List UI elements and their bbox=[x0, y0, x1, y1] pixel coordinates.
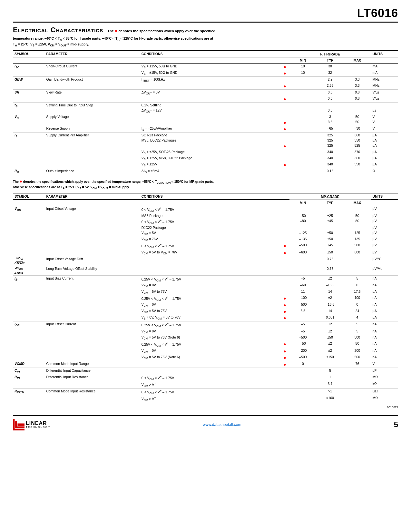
table-row: IOS Input Offset Current 0.25V < VCM < V… bbox=[13, 321, 398, 329]
dot-sr1 bbox=[280, 90, 289, 96]
min-ios6: –500 bbox=[289, 354, 317, 361]
th2-con2 bbox=[140, 200, 280, 206]
unit-vos-drift: µV/°C bbox=[371, 256, 398, 266]
logo-technology-text: TECHNOLOGY bbox=[26, 426, 50, 429]
th2-units: UNITS bbox=[371, 193, 398, 200]
symbol-vos-stab: ΔVOSΔTIME bbox=[13, 266, 44, 275]
typ-rin2: 3.7 bbox=[317, 381, 344, 388]
table-row: Reverse Supply IS = –25µA/Amplifier ● –6… bbox=[13, 126, 398, 133]
typ-ts1 bbox=[317, 103, 344, 108]
max-ts2 bbox=[344, 108, 371, 114]
th-param2 bbox=[44, 57, 140, 63]
cond-vos-drift bbox=[140, 256, 280, 266]
min-vos6: –135 bbox=[289, 236, 317, 242]
max-sr2: 0.8 bbox=[344, 96, 371, 103]
symbol-vs: VS bbox=[13, 114, 44, 133]
max-isc1 bbox=[344, 63, 371, 70]
typ-sr2: 0.5 bbox=[317, 96, 344, 103]
typ-is4: 340 bbox=[317, 149, 344, 155]
cond-rincm1: 0 < VCM < V+ – 1.75V bbox=[140, 388, 280, 395]
max-rin2 bbox=[344, 381, 371, 388]
typ-isc1: 30 bbox=[317, 63, 344, 70]
th-min1: MIN bbox=[289, 57, 317, 63]
dot-rin2 bbox=[280, 381, 289, 388]
th-parameter: PARAMETER bbox=[44, 51, 140, 57]
max-rincm1 bbox=[344, 388, 371, 395]
th2-typ: TYP bbox=[317, 200, 344, 206]
cond-vs1 bbox=[140, 114, 280, 120]
table-row: ISC Short-Circuit Current VS = ±15V, 50Ω… bbox=[13, 63, 398, 70]
max-vs1: 50 bbox=[344, 114, 371, 120]
min-gbw2 bbox=[289, 83, 317, 90]
typ-ib4: ±2 bbox=[317, 295, 344, 302]
max-isc2 bbox=[344, 70, 371, 77]
param-ib: Input Bias Current bbox=[44, 275, 140, 321]
min-ios1: –5 bbox=[289, 321, 317, 329]
max-vos1 bbox=[344, 206, 371, 213]
min-vos5: –125 bbox=[289, 230, 317, 236]
th-units1b bbox=[371, 57, 398, 63]
unit-vos6: µV bbox=[371, 236, 398, 242]
dot-vs2: ● bbox=[280, 119, 289, 126]
table-row: GBW Gain Bandwidth Product fTEST = 100kH… bbox=[13, 76, 398, 83]
typ-vos3: ±45 bbox=[317, 218, 344, 225]
typ-vos5: ±50 bbox=[317, 230, 344, 236]
dot-vos8: ● bbox=[280, 250, 289, 256]
logo-linear-text: LINEAR bbox=[26, 421, 50, 426]
max-vos7: 500 bbox=[344, 242, 371, 250]
param-vos-stab: Long Term Voltage Offset Stability bbox=[44, 266, 140, 275]
max-ios6: 500 bbox=[344, 354, 371, 361]
unit-vcmr: V bbox=[371, 361, 398, 368]
cond-rin2: VCM > V+ bbox=[140, 381, 280, 388]
cond-cin bbox=[140, 368, 280, 374]
typ-vos-drift: 0.75 bbox=[317, 256, 344, 266]
cond-isc2: VS = ±15V, 50Ω to GND bbox=[140, 70, 280, 77]
table-row: ΔVOSΔTIME Long Term Voltage Offset Stabi… bbox=[13, 266, 398, 275]
param-vos: Input Offset Voltage bbox=[44, 206, 140, 256]
min-rin2 bbox=[289, 381, 317, 388]
header-bar: LT6016 bbox=[13, 6, 398, 23]
footer-page: 5 bbox=[394, 420, 398, 429]
dot-is6: ● bbox=[280, 162, 289, 168]
unit-vos3: µV bbox=[371, 218, 398, 225]
dot-is1 bbox=[280, 133, 289, 138]
max-ib2: 0 bbox=[344, 282, 371, 289]
min-ib5: –500 bbox=[289, 302, 317, 308]
unit-ios5: nA bbox=[371, 348, 398, 354]
dot-cin bbox=[280, 368, 289, 374]
footer: LINEAR TECHNOLOGY www.datasheetall.com 5 bbox=[13, 415, 398, 430]
min-gbw1 bbox=[289, 76, 317, 83]
unit-is2: µA bbox=[371, 138, 398, 143]
unit-is1: µA bbox=[371, 133, 398, 138]
dot-ib3 bbox=[280, 289, 289, 295]
unit-ios2: nA bbox=[371, 329, 398, 335]
unit-vos5: µV bbox=[371, 230, 398, 236]
dot-ts1 bbox=[280, 103, 289, 108]
unit-vos8: µV bbox=[371, 250, 398, 256]
th-units1: UNITS bbox=[371, 51, 398, 57]
symbol-vos: VOS bbox=[13, 206, 44, 256]
min-vos7: –500 bbox=[289, 242, 317, 250]
max-vos-drift bbox=[344, 256, 371, 266]
typ-rincm1: >1 bbox=[317, 388, 344, 395]
min-is1 bbox=[289, 133, 317, 138]
typ-vcmr bbox=[317, 361, 344, 368]
unit-ib1: nA bbox=[371, 275, 398, 282]
note1: The ● denotes the specifications which a… bbox=[13, 178, 398, 191]
footer-url[interactable]: www.datasheetall.com bbox=[203, 422, 241, 427]
th-grade-ih: I-, H-GRADE bbox=[289, 51, 371, 57]
table-row: VOS Input Offset Voltage 0 < VCM < V+ – … bbox=[13, 206, 398, 213]
unit-ib7: µA bbox=[371, 315, 398, 321]
typ-is3: 325 bbox=[317, 143, 344, 149]
dot-gbw1 bbox=[280, 76, 289, 83]
typ-ios4: ±2 bbox=[317, 341, 344, 348]
min-ios2: –5 bbox=[289, 329, 317, 335]
unit-is3: µA bbox=[371, 143, 398, 149]
typ-rev: –65 bbox=[317, 126, 344, 133]
dot-ios2 bbox=[280, 329, 289, 335]
footer-logo: LINEAR TECHNOLOGY bbox=[13, 419, 50, 430]
min-rincm2 bbox=[289, 395, 317, 402]
unit-rev: V bbox=[371, 126, 398, 133]
dot-is5 bbox=[280, 155, 289, 162]
min-vos-stab bbox=[289, 266, 317, 275]
